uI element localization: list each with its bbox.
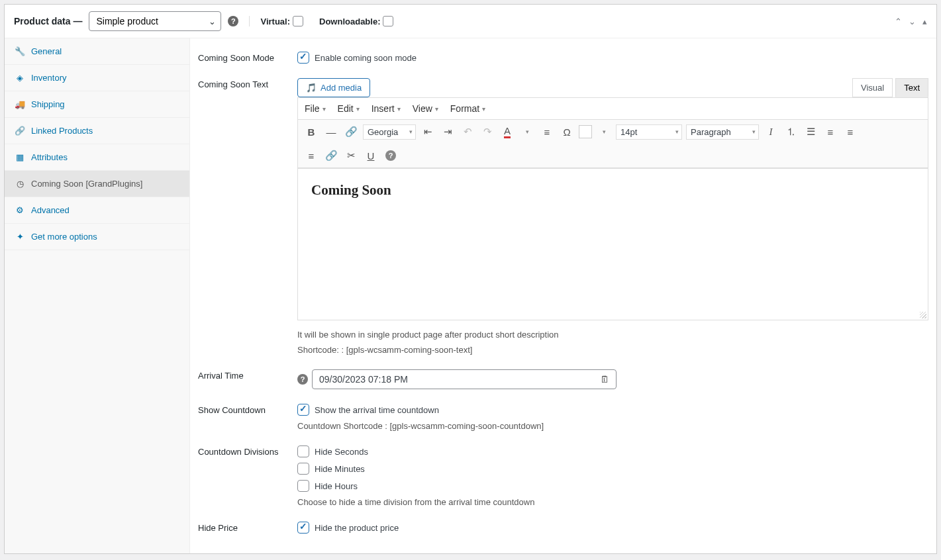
sidebar-item-label: Advanced (31, 205, 70, 215)
sidebar-item-coming-soon[interactable]: ◷ Coming Soon [GrandPlugins] (5, 171, 189, 197)
text-color-more-icon[interactable]: ▾ (519, 124, 535, 140)
show-countdown-checkbox[interactable] (297, 404, 309, 416)
sidebar-item-get-more[interactable]: ✦ Get more options (5, 224, 189, 250)
add-media-button[interactable]: 🎵 Add media (297, 78, 370, 97)
panel-title: Product data — (14, 16, 82, 26)
countdown-shortcode-desc: Countdown Shortcode : [gpls-wcsamm-comin… (297, 421, 928, 431)
link-icon[interactable]: 🔗 (343, 124, 359, 140)
hide-seconds-checkbox[interactable] (297, 445, 309, 457)
row-arrival-time: Arrival Time ? 09/30/2023 07:18 PM 🗓 (198, 369, 928, 389)
wrench-icon: 🔧 (15, 46, 25, 56)
unlink-icon[interactable]: ✂ (343, 148, 359, 163)
text-color-icon[interactable]: A (499, 124, 515, 140)
sidebar-item-label: Shipping (31, 99, 65, 109)
divider (249, 16, 250, 26)
chevron-up-icon[interactable]: ⌃ (895, 17, 902, 26)
link2-icon[interactable]: 🔗 (323, 148, 339, 163)
align-justify-icon[interactable]: ≡ (539, 124, 555, 140)
editor-menubar: File▾ Edit▾ Insert▾ View▾ Format▾ (297, 97, 928, 120)
underline-icon[interactable]: U (363, 148, 379, 163)
bullet-list-icon[interactable]: ☰ (803, 124, 818, 140)
editor-content[interactable]: Coming Soon (297, 168, 928, 320)
tag-icon: ◈ (15, 73, 25, 83)
gear-icon: ⚙ (15, 205, 25, 215)
tab-visual[interactable]: Visual (852, 78, 893, 97)
sidebar-item-advanced[interactable]: ⚙ Advanced (5, 197, 189, 224)
bold-icon[interactable]: B (303, 124, 319, 140)
sidebar-item-linked-products[interactable]: 🔗 Linked Products (5, 118, 189, 144)
bg-color-more-icon[interactable]: ▾ (596, 124, 612, 140)
panel-header: Product data — Simple product ⌄ ? Virtua… (5, 5, 936, 38)
downloadable-checkbox[interactable] (383, 16, 393, 26)
paragraph-select[interactable]: Paragraph▾ (686, 124, 759, 140)
numbered-list-icon[interactable]: ⒈ (783, 124, 799, 140)
help-icon[interactable]: ? (383, 148, 399, 163)
sidebar-item-label: Attributes (31, 152, 68, 162)
resize-grip-icon[interactable] (920, 312, 926, 318)
help-icon[interactable]: ? (297, 374, 308, 385)
panel-body: 🔧 General ◈ Inventory 🚚 Shipping 🔗 Linke… (5, 38, 936, 553)
redo-icon[interactable]: ↷ (479, 124, 495, 140)
hide-minutes-label: Hide Minutes (297, 463, 928, 475)
list-icon: ▦ (15, 152, 25, 162)
omega-icon[interactable]: Ω (559, 124, 575, 140)
menu-file[interactable]: File▾ (305, 103, 326, 114)
menu-insert[interactable]: Insert▾ (371, 103, 401, 114)
label-arrival-time: Arrival Time (198, 369, 297, 381)
outdent-icon[interactable]: ⇤ (420, 124, 436, 140)
sidebar-item-shipping[interactable]: 🚚 Shipping (5, 91, 189, 118)
sidebar-item-inventory[interactable]: ◈ Inventory (5, 65, 189, 91)
plug-icon: ✦ (15, 232, 25, 242)
product-type-select[interactable]: Simple product (89, 11, 221, 31)
divisions-desc: Choose to hide a time division from the … (297, 497, 928, 507)
label-countdown-divisions: Countdown Divisions (198, 445, 297, 457)
tab-text[interactable]: Text (895, 78, 928, 97)
italic-icon[interactable]: I (763, 124, 779, 140)
enable-coming-soon-checkbox[interactable] (297, 52, 309, 64)
editor-heading: Coming Soon (311, 182, 915, 199)
sidebar-item-label: Linked Products (31, 126, 93, 136)
show-countdown-label: Show the arrival time countdown (297, 404, 928, 416)
hide-price-label: Hide the product price (297, 522, 928, 534)
sidebar-item-general[interactable]: 🔧 General (5, 38, 189, 65)
calendar-icon: 🗓 (600, 374, 609, 385)
menu-edit[interactable]: Edit▾ (338, 103, 360, 114)
hide-hours-label: Hide Hours (297, 480, 928, 492)
main-content: Coming Soon Mode Enable coming soon mode… (190, 38, 936, 553)
align-center-icon[interactable]: ≡ (842, 124, 858, 140)
hide-hours-checkbox[interactable] (297, 480, 309, 492)
sidebar-item-label: Get more options (31, 232, 97, 242)
enable-coming-soon-label: Enable coming soon mode (297, 52, 928, 64)
sidebar-item-attributes[interactable]: ▦ Attributes (5, 144, 189, 171)
bg-color-picker[interactable] (579, 125, 592, 138)
help-icon[interactable]: ? (228, 16, 238, 26)
sidebar-item-label: General (31, 46, 62, 56)
editor-desc-1: It will be shown in single product page … (297, 330, 928, 340)
truck-icon: 🚚 (15, 99, 25, 109)
downloadable-label: Downloadable: (319, 16, 393, 26)
media-icon: 🎵 (306, 83, 317, 93)
hide-seconds-label: Hide Seconds (297, 445, 928, 457)
align-right-icon[interactable]: ≡ (303, 148, 319, 163)
align-left-icon[interactable]: ≡ (822, 124, 838, 140)
label-coming-soon-mode: Coming Soon Mode (198, 52, 297, 63)
undo-icon[interactable]: ↶ (460, 124, 475, 140)
virtual-checkbox[interactable] (293, 16, 303, 26)
product-data-panel: Product data — Simple product ⌄ ? Virtua… (4, 4, 937, 554)
menu-format[interactable]: Format▾ (450, 103, 485, 114)
indent-icon[interactable]: ⇥ (440, 124, 456, 140)
arrival-time-input[interactable]: 09/30/2023 07:18 PM 🗓 (312, 369, 617, 389)
hide-minutes-checkbox[interactable] (297, 463, 309, 475)
editor-toolbar-1: B — 🔗 Georgia▾ ⇤ ⇥ ↶ ↷ A ▾ ≡ Ω ▾ (297, 120, 928, 144)
hide-price-checkbox[interactable] (297, 522, 309, 534)
hr-icon[interactable]: — (323, 124, 339, 140)
font-family-select[interactable]: Georgia▾ (363, 124, 416, 140)
font-size-select[interactable]: 14pt▾ (616, 124, 682, 140)
chevron-down-icon[interactable]: ⌄ (909, 17, 916, 26)
triangle-up-icon[interactable]: ▴ (922, 17, 927, 26)
row-coming-soon-text: Coming Soon Text 🎵 Add media Visual Text… (198, 78, 928, 355)
sidebar-item-label: Inventory (31, 73, 66, 83)
label-hide-price: Hide Price (198, 522, 297, 533)
menu-view[interactable]: View▾ (413, 103, 438, 114)
clock-icon: ◷ (15, 179, 25, 189)
